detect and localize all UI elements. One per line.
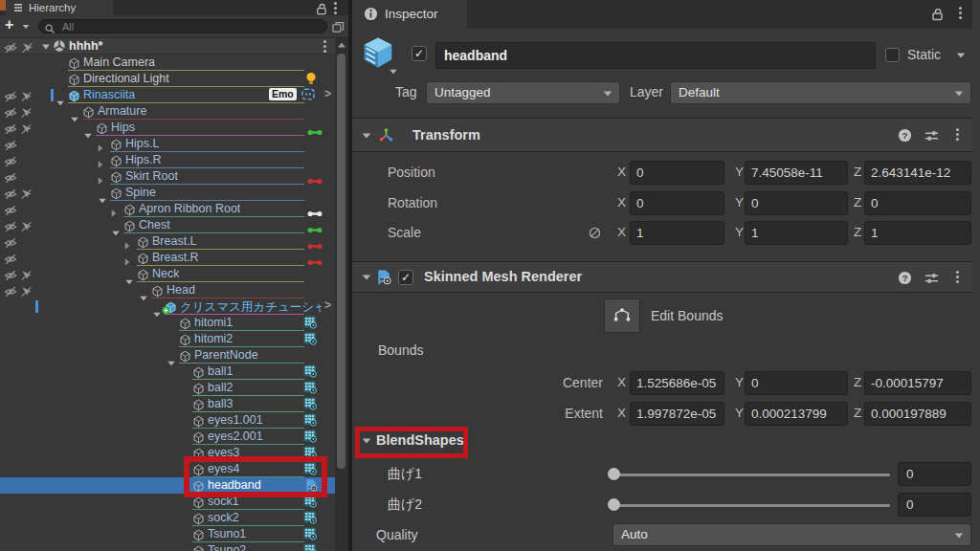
emo-badge[interactable]: Emo bbox=[269, 88, 297, 100]
add-object-caret-icon[interactable] bbox=[23, 25, 30, 29]
hierarchy-row--[interactable]: クリスマス用カチューシャしかえ> bbox=[0, 298, 335, 315]
scene-picker-icon[interactable] bbox=[332, 20, 345, 37]
bounds-field-y[interactable]: 0 bbox=[745, 371, 848, 395]
hierarchy-row-hips.r[interactable]: Hips.R bbox=[0, 152, 335, 168]
tag-dropdown[interactable]: Untagged bbox=[426, 81, 620, 104]
hierarchy-row-hitomi2[interactable]: hitomi2 bbox=[0, 331, 335, 347]
hierarchy-row-tsuno2[interactable]: Tsuno2 bbox=[0, 542, 335, 551]
bounds-field-y[interactable]: 0.000213799 bbox=[745, 402, 848, 426]
bounds-field-z[interactable]: -0.00015797 bbox=[864, 371, 971, 395]
hierarchy-row-spine[interactable]: Spine bbox=[0, 185, 335, 201]
hierarchy-row-eyes4[interactable]: eyes4 bbox=[0, 461, 335, 477]
transform-field-x[interactable]: 1 bbox=[630, 221, 724, 245]
transform-field-z[interactable]: 2.643141e-12 bbox=[864, 161, 971, 185]
blendshape-value-field[interactable]: 0 bbox=[898, 462, 971, 486]
presets-icon[interactable] bbox=[924, 129, 939, 146]
hierarchy-row-directional-light[interactable]: Directional Light bbox=[0, 71, 335, 87]
scene-foldout-icon[interactable] bbox=[42, 45, 50, 50]
row-label: クリスマス用カチューシャしかえ bbox=[180, 299, 322, 316]
active-checkbox[interactable]: ✓ bbox=[412, 46, 427, 61]
skinned-mesh-renderer-header[interactable]: ✓ Skinned Mesh Renderer ? bbox=[352, 261, 972, 293]
transform-foldout-icon[interactable] bbox=[363, 133, 371, 138]
hierarchy-scrollbar[interactable] bbox=[335, 38, 348, 551]
blendshapes-foldout-icon[interactable] bbox=[363, 438, 371, 443]
hierarchy-row-chest[interactable]: Chest bbox=[0, 217, 335, 233]
static-checkbox[interactable] bbox=[885, 48, 900, 62]
hierarchy-row-headband[interactable]: headband bbox=[0, 477, 335, 494]
scene-header-row[interactable]: hhhh* bbox=[0, 38, 335, 55]
chevron-right-icon[interactable]: > bbox=[324, 298, 331, 312]
hierarchy-row-eyes3[interactable]: eyes3 bbox=[0, 445, 335, 461]
transform-field-x[interactable]: 0 bbox=[630, 191, 724, 215]
static-caret-icon[interactable] bbox=[957, 53, 966, 57]
hierarchy-row-hitomi1[interactable]: hitomi1 bbox=[0, 315, 335, 331]
hierarchy-row-ball2[interactable]: ball2 bbox=[0, 380, 335, 396]
hierarchy-row-sock1[interactable]: sock1 bbox=[0, 494, 335, 510]
hierarchy-row-rinasciita[interactable]: RinasciitaEmo> bbox=[0, 87, 335, 103]
row-label: Hips.R bbox=[125, 153, 162, 166]
transform-field-y[interactable]: 7.45058e-11 bbox=[745, 161, 848, 185]
hierarchy-search-box[interactable] bbox=[38, 19, 327, 33]
blendshape-grid-icon[interactable] bbox=[303, 543, 318, 551]
smr-presets-icon[interactable] bbox=[924, 272, 939, 289]
hierarchy-search-input[interactable] bbox=[62, 20, 311, 33]
hierarchy-row-eyes2.001[interactable]: eyes2.001 bbox=[0, 429, 335, 445]
hierarchy-row-neck[interactable]: Neck bbox=[0, 266, 335, 282]
layer-dropdown[interactable]: Default bbox=[670, 81, 971, 104]
hierarchy-row-skirt-root[interactable]: Skirt Root bbox=[0, 168, 335, 185]
blendshape-slider-track[interactable] bbox=[612, 474, 890, 476]
hierarchy-row-tsuno1[interactable]: Tsuno1 bbox=[0, 526, 335, 542]
bounds-field-x[interactable]: 1.525686e-05 bbox=[630, 371, 724, 395]
hierarchy-scrollbar-thumb[interactable] bbox=[337, 54, 345, 469]
add-object-button[interactable]: + bbox=[5, 16, 13, 33]
bounds-field-z[interactable]: 0.000197889 bbox=[864, 402, 971, 426]
bounds-field-x[interactable]: 1.997872e-05 bbox=[630, 402, 724, 426]
hierarchy-row-hips.l[interactable]: Hips.L bbox=[0, 136, 335, 152]
inspector-lock-icon[interactable] bbox=[931, 8, 944, 25]
hierarchy-row-hips[interactable]: Hips bbox=[0, 120, 335, 136]
transform-field-z[interactable]: 1 bbox=[864, 221, 971, 245]
hierarchy-row-sock2[interactable]: sock2 bbox=[0, 510, 335, 526]
row-label: Directional Light bbox=[83, 72, 169, 85]
transform-field-z[interactable]: 0 bbox=[864, 191, 971, 215]
smr-kebab-menu-icon[interactable] bbox=[956, 276, 959, 278]
blendshape-slider-track[interactable] bbox=[612, 504, 890, 507]
tab-hierarchy[interactable]: Hierarchy bbox=[6, 0, 113, 15]
prefab-caret-icon[interactable] bbox=[390, 70, 397, 75]
hierarchy-row-ball1[interactable]: ball1 bbox=[0, 364, 335, 380]
help-icon[interactable]: ? bbox=[898, 128, 912, 146]
chevron-right-icon[interactable]: > bbox=[324, 87, 331, 100]
smr-foldout-icon[interactable] bbox=[363, 275, 371, 279]
row-label: Rinasciita bbox=[83, 88, 135, 101]
hierarchy-row-eyes1.001[interactable]: eyes1.001 bbox=[0, 412, 335, 429]
hierarchy-kebab-menu-icon[interactable] bbox=[334, 7, 337, 10]
link-scale-icon[interactable] bbox=[588, 226, 602, 244]
blendshape-slider-knob[interactable] bbox=[608, 498, 620, 511]
hierarchy-row-breast.r[interactable]: Breast.R bbox=[0, 250, 335, 266]
hierarchy-row-armature[interactable]: Armature bbox=[0, 103, 335, 120]
transform-field-y[interactable]: 1 bbox=[745, 221, 848, 245]
hierarchy-row-ball3[interactable]: ball3 bbox=[0, 396, 335, 412]
hierarchy-row-breast.l[interactable]: Breast.L bbox=[0, 233, 335, 250]
smr-help-icon[interactable]: ? bbox=[898, 271, 912, 289]
transform-header[interactable]: Transform ? bbox=[352, 118, 972, 152]
hierarchy-row-apron-ribbon-root[interactable]: Apron Ribbon Root bbox=[0, 201, 335, 217]
row-label: Apron Ribbon Root bbox=[139, 202, 240, 215]
scene-kebab-menu-icon[interactable] bbox=[323, 45, 326, 48]
smr-enabled-checkbox[interactable]: ✓ bbox=[398, 270, 413, 285]
blendshape-value-field[interactable]: 0 bbox=[898, 493, 971, 517]
hierarchy-row-head[interactable]: Head bbox=[0, 282, 335, 298]
hierarchy-row-parentnode[interactable]: ParentNode bbox=[0, 347, 335, 364]
hierarchy-row-main-camera[interactable]: Main Camera bbox=[0, 55, 335, 71]
transform-field-x[interactable]: 0 bbox=[630, 161, 724, 185]
inspector-kebab-menu-icon[interactable] bbox=[959, 11, 962, 14]
scroll-up-arrow-icon[interactable] bbox=[338, 43, 345, 48]
tab-inspector[interactable]: Inspector bbox=[352, 0, 467, 29]
edit-bounds-button[interactable] bbox=[604, 298, 640, 333]
gameobject-name-field[interactable] bbox=[435, 42, 876, 69]
quality-label: Quality bbox=[376, 527, 418, 542]
transform-kebab-menu-icon[interactable] bbox=[956, 133, 959, 136]
quality-dropdown[interactable]: Auto bbox=[612, 523, 971, 546]
blendshape-slider-knob[interactable] bbox=[608, 468, 620, 480]
transform-field-y[interactable]: 0 bbox=[745, 191, 848, 215]
